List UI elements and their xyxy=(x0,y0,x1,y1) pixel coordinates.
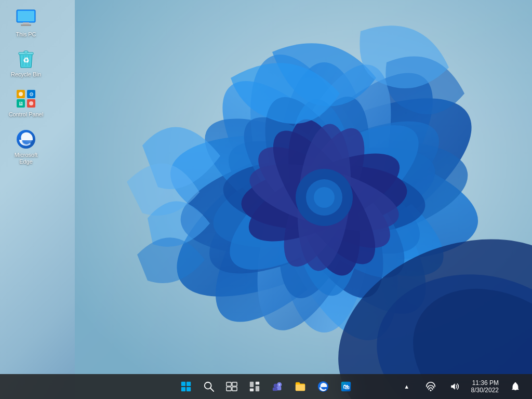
svg-rect-54 xyxy=(181,387,185,391)
svg-point-50 xyxy=(29,101,33,105)
task-view-icon xyxy=(226,381,237,392)
svg-point-76 xyxy=(515,382,516,384)
search-icon xyxy=(203,381,215,392)
clock-area[interactable]: 11:36 PM 8/30/2022 xyxy=(468,378,502,395)
recycle-bin-label: Recycle Bin xyxy=(7,71,45,78)
desktop-icons: This PC ♻ Recyc xyxy=(0,0,52,174)
svg-line-57 xyxy=(210,388,214,391)
network-button[interactable] xyxy=(420,376,441,397)
svg-rect-63 xyxy=(256,382,259,385)
start-button[interactable] xyxy=(176,376,196,397)
svg-marker-75 xyxy=(451,383,455,390)
desktop-icon-microsoft-edge[interactable]: Microsoft Edge xyxy=(5,126,47,168)
volume-button[interactable] xyxy=(444,376,465,397)
svg-rect-60 xyxy=(227,387,231,391)
svg-rect-35 xyxy=(23,22,29,24)
svg-text:🛍: 🛍 xyxy=(343,383,350,391)
svg-rect-61 xyxy=(232,387,237,391)
desktop-icon-recycle-bin[interactable]: ♻ Recycle Bin xyxy=(5,45,47,81)
network-icon xyxy=(426,382,435,391)
taskbar-right: ▲ 11:36 PM xyxy=(396,376,526,397)
control-panel-icon: ⚙ 🖥 xyxy=(16,88,36,109)
this-pc-label: This PC xyxy=(7,31,45,38)
chat-button[interactable]: T xyxy=(267,376,288,397)
chat-icon: T xyxy=(272,381,283,392)
clock-time: 11:36 PM xyxy=(472,379,499,387)
task-view-button[interactable] xyxy=(221,376,242,397)
svg-rect-69 xyxy=(273,388,277,391)
edge-taskbar-button[interactable] xyxy=(313,376,334,397)
taskbar: T xyxy=(0,374,532,399)
svg-rect-55 xyxy=(187,387,191,391)
file-explorer-icon xyxy=(295,381,306,392)
svg-rect-59 xyxy=(232,382,237,386)
notifications-button[interactable] xyxy=(505,376,526,397)
wallpaper xyxy=(75,0,532,399)
store-icon: 🛍 xyxy=(340,381,352,392)
taskbar-center: T xyxy=(176,376,356,397)
svg-point-47 xyxy=(19,92,23,96)
desktop: This PC ♻ Recyc xyxy=(0,0,532,399)
svg-point-74 xyxy=(430,390,431,391)
notifications-icon xyxy=(511,382,520,391)
edge-label: Microsoft Edge xyxy=(7,152,45,165)
edge-icon xyxy=(16,129,36,150)
svg-text:🖥: 🖥 xyxy=(18,101,23,107)
svg-point-29 xyxy=(314,187,335,208)
svg-rect-38 xyxy=(24,51,28,53)
file-explorer-button[interactable] xyxy=(290,376,311,397)
edge-taskbar-icon xyxy=(317,381,329,392)
desktop-icon-control-panel[interactable]: ⚙ 🖥 Control Panel xyxy=(5,85,47,121)
svg-text:⚙: ⚙ xyxy=(29,91,34,97)
system-tray-chevron[interactable]: ▲ xyxy=(396,376,417,397)
start-icon xyxy=(180,381,192,392)
control-panel-label: Control Panel xyxy=(7,111,45,118)
svg-rect-36 xyxy=(21,24,31,26)
svg-rect-58 xyxy=(227,382,231,386)
clock-date: 8/30/2022 xyxy=(471,387,499,394)
svg-rect-53 xyxy=(187,382,191,386)
svg-rect-62 xyxy=(250,382,254,387)
desktop-icon-this-pc[interactable]: This PC xyxy=(5,5,47,41)
store-button[interactable]: 🛍 xyxy=(336,376,356,397)
chevron-up-icon: ▲ xyxy=(404,383,409,390)
volume-icon xyxy=(450,382,459,391)
svg-rect-34 xyxy=(18,11,34,21)
svg-rect-52 xyxy=(181,382,185,386)
search-button[interactable] xyxy=(198,376,219,397)
svg-point-68 xyxy=(274,384,277,388)
svg-rect-64 xyxy=(250,389,254,392)
widgets-icon xyxy=(249,381,260,392)
this-pc-icon xyxy=(16,8,36,29)
widgets-button[interactable] xyxy=(244,376,265,397)
recycle-bin-icon: ♻ xyxy=(16,48,36,69)
svg-rect-65 xyxy=(256,386,259,391)
